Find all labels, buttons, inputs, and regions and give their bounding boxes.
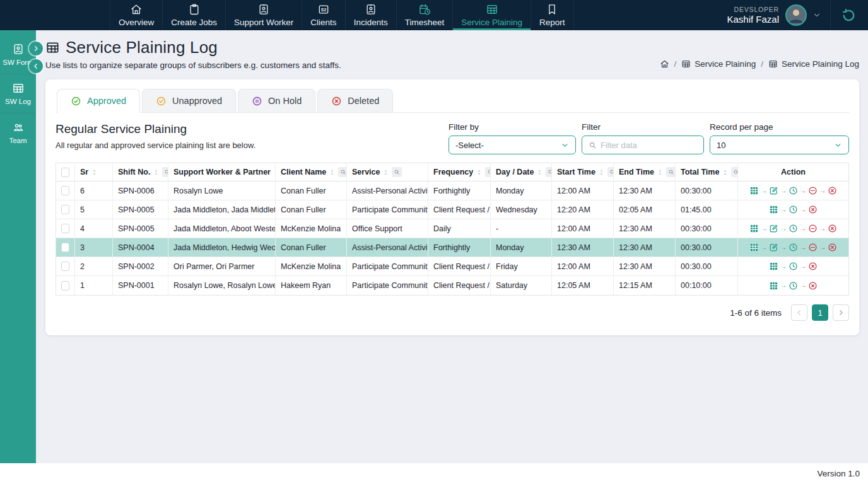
- row-checkbox[interactable]: [61, 186, 69, 195]
- action-close-circle-icon[interactable]: [808, 205, 818, 214]
- action-close-circle-icon[interactable]: [808, 262, 818, 271]
- sort-icon[interactable]: [153, 168, 160, 177]
- action-minus-circle-icon[interactable]: [808, 243, 818, 252]
- nav-item-support-worker[interactable]: Support Worker: [226, 0, 302, 30]
- action-clock-icon[interactable]: [789, 186, 798, 195]
- column-label: Support Worker & Partner: [173, 168, 271, 176]
- breadcrumb-service-plaining[interactable]: Service Plaining: [681, 59, 756, 69]
- cell-client: Conan Fuller: [276, 182, 347, 200]
- column-header-shift-no[interactable]: Shift No.: [113, 163, 168, 181]
- arrow-icon: →: [800, 188, 806, 194]
- nav-item-clients[interactable]: S2Clients: [302, 0, 345, 30]
- chevron-down-icon[interactable]: [812, 11, 821, 20]
- filter-input[interactable]: [601, 141, 712, 150]
- tab-unapproved[interactable]: Unapproved: [142, 89, 236, 112]
- cell-client: McKenzie Molina: [276, 257, 347, 275]
- column-header-total-time[interactable]: Total Time: [676, 163, 738, 181]
- row-checkbox[interactable]: [61, 243, 69, 252]
- sort-icon[interactable]: [598, 168, 605, 177]
- cell-actions: →→: [738, 257, 848, 275]
- action-table-icon[interactable]: [769, 262, 778, 271]
- sidebar-item-sw-log[interactable]: SW Log: [0, 74, 36, 113]
- pagination-page-button[interactable]: 1: [812, 304, 828, 321]
- tab-approved[interactable]: Approved: [57, 89, 140, 112]
- svg-text:S2: S2: [321, 8, 327, 13]
- action-edit-icon[interactable]: [769, 224, 778, 233]
- breadcrumb-service-plaining-log[interactable]: Service Plaining Log: [768, 59, 859, 69]
- column-search-icon[interactable]: [485, 167, 491, 177]
- nav-item-incidents[interactable]: Incidents: [346, 0, 397, 30]
- tab-on-hold[interactable]: On Hold: [238, 89, 315, 112]
- cell-sr: 3: [75, 238, 113, 256]
- refresh-button[interactable]: [841, 8, 857, 23]
- arrow-icon: →: [800, 207, 806, 213]
- action-close-circle-icon[interactable]: [828, 186, 837, 195]
- column-search-icon[interactable]: [731, 167, 738, 177]
- sort-icon[interactable]: [476, 168, 483, 177]
- column-header-action[interactable]: Action: [738, 163, 848, 181]
- action-table-icon[interactable]: [769, 281, 778, 291]
- column-search-icon[interactable]: [546, 167, 552, 177]
- column-search-icon[interactable]: [666, 167, 676, 177]
- action-close-circle-icon[interactable]: [828, 224, 837, 233]
- column-header-frequency[interactable]: Frequency: [428, 163, 491, 181]
- action-clock-icon[interactable]: [789, 262, 798, 271]
- column-header-end-time[interactable]: End Time: [614, 163, 676, 181]
- column-header-client-name[interactable]: Client Name: [276, 163, 347, 181]
- cell-frequency: Daily: [428, 219, 491, 238]
- column-search-icon[interactable]: [338, 167, 347, 177]
- sort-icon[interactable]: [536, 168, 543, 177]
- chevron-down-icon: [561, 141, 569, 149]
- pagination-next-button[interactable]: [833, 304, 849, 321]
- sort-icon[interactable]: [91, 168, 98, 177]
- sort-icon[interactable]: [657, 168, 664, 177]
- nav-item-report[interactable]: Report: [531, 0, 574, 30]
- nav-item-service-plaining[interactable]: Service Plaining: [453, 0, 531, 30]
- records-per-page-select[interactable]: 10: [710, 135, 849, 154]
- filters-bar: Filter by -Select- Filter: [449, 122, 849, 154]
- column-header-day-date[interactable]: Day / Date: [491, 163, 552, 181]
- column-header-service[interactable]: Service: [347, 163, 428, 181]
- tab-deleted[interactable]: Deleted: [317, 89, 393, 112]
- action-close-circle-icon[interactable]: [808, 281, 818, 291]
- action-table-icon[interactable]: [749, 243, 759, 252]
- action-table-icon[interactable]: [749, 186, 759, 195]
- row-checkbox[interactable]: [61, 205, 69, 214]
- column-search-icon[interactable]: [162, 167, 168, 177]
- sort-icon[interactable]: [722, 168, 729, 177]
- action-edit-icon[interactable]: [769, 186, 778, 195]
- sidebar-item-team[interactable]: Team: [0, 113, 36, 152]
- action-table-icon[interactable]: [769, 205, 778, 214]
- cell-shift-no: SPN-0004: [113, 238, 168, 256]
- column-header-sr[interactable]: Sr: [75, 163, 113, 181]
- sidebar-collapse-button[interactable]: [29, 59, 43, 73]
- action-clock-icon[interactable]: [789, 224, 798, 233]
- row-checkbox[interactable]: [61, 281, 69, 291]
- action-edit-icon[interactable]: [769, 243, 778, 252]
- filter-by-select[interactable]: -Select-: [449, 135, 576, 154]
- select-all-checkbox[interactable]: [61, 168, 69, 177]
- action-table-icon[interactable]: [749, 224, 759, 233]
- action-clock-icon[interactable]: [789, 205, 798, 214]
- action-minus-circle-icon[interactable]: [808, 224, 818, 233]
- pagination-prev-button[interactable]: [791, 304, 807, 321]
- column-header-support-worker-partner[interactable]: Support Worker & Partner: [168, 163, 276, 181]
- nav-item-create-jobs[interactable]: Create Jobs: [163, 0, 226, 30]
- column-search-icon[interactable]: [607, 167, 614, 177]
- sidebar-expand-button[interactable]: [29, 42, 43, 55]
- action-minus-circle-icon[interactable]: [808, 186, 818, 195]
- breadcrumb-home[interactable]: [660, 59, 669, 69]
- column-header-start-time[interactable]: Start Time: [552, 163, 614, 181]
- sort-icon[interactable]: [382, 168, 389, 177]
- avatar[interactable]: [785, 4, 807, 26]
- action-clock-icon[interactable]: [789, 281, 798, 291]
- nav-item-overview[interactable]: Overview: [110, 0, 163, 30]
- sort-icon[interactable]: [329, 168, 336, 177]
- column-search-icon[interactable]: [392, 167, 402, 177]
- cell-actions: →→→→: [738, 182, 848, 200]
- row-checkbox[interactable]: [61, 262, 69, 271]
- action-clock-icon[interactable]: [789, 243, 798, 252]
- nav-item-timesheet[interactable]: Timesheet: [397, 0, 454, 30]
- row-checkbox[interactable]: [61, 224, 69, 233]
- action-close-circle-icon[interactable]: [828, 243, 837, 252]
